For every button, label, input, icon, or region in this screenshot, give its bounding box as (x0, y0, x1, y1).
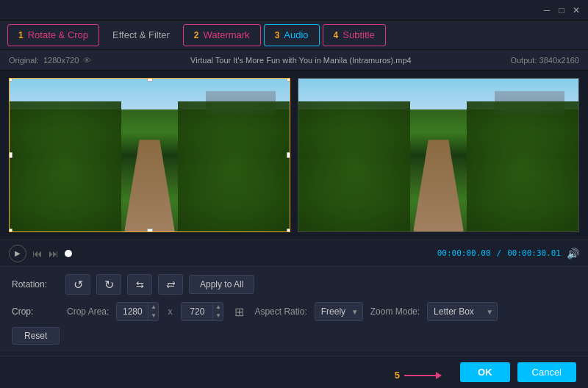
minimize-button[interactable]: ─ (541, 4, 553, 16)
info-bar: Original: 1280x720 👁 Virtual Tour It's M… (0, 50, 588, 71)
reset-row: Reset (12, 327, 576, 345)
handle-bottom-mid[interactable] (147, 229, 153, 232)
crop-height-spinners: ▲ ▼ (212, 303, 223, 320)
tab-number-3: 3 (275, 30, 280, 40)
tab-watermark[interactable]: 2 Watermark (183, 24, 261, 46)
crop-height-down[interactable]: ▼ (213, 312, 223, 320)
output-video-frame (298, 79, 578, 231)
original-label: Original: (9, 56, 39, 65)
x-separator: x (168, 306, 172, 317)
tab-label-subtitle: Subtitle (343, 29, 374, 40)
controls-panel: Rotation: ↺ ↻ ⇆ ⇅ Apply to All Crop: Cro… (0, 266, 588, 352)
crop-width-up[interactable]: ▲ (148, 303, 158, 312)
tab-subtitle[interactable]: 4 Subtitle (323, 24, 386, 46)
output-resolution: 3840x2160 (539, 56, 579, 65)
input-video-frame (10, 79, 290, 231)
aspect-ratio-select[interactable]: Freely 16:9 4:3 1:1 9:16 (315, 302, 363, 321)
crop-area-label: Crop Area: (67, 306, 109, 317)
crop-label: Crop: (12, 306, 60, 317)
cancel-button[interactable]: Cancel (517, 362, 576, 382)
input-preview (9, 78, 290, 232)
current-time: 00:00:00.00 (437, 248, 491, 258)
ok-button[interactable]: OK (460, 362, 510, 382)
crop-width-down[interactable]: ▼ (148, 312, 158, 320)
tab-label-effect-filter: Effect & Filter (112, 29, 170, 40)
action-bar: 5 OK Cancel (0, 356, 588, 388)
crop-width-spinners: ▲ ▼ (148, 303, 158, 320)
visibility-icon[interactable]: 👁 (83, 56, 91, 65)
tab-label-audio: Audio (284, 29, 308, 40)
preview-area (0, 71, 588, 240)
total-time: 00:00:30.01 (507, 248, 561, 258)
zoom-mode-select-wrap: Letter Box Pan & Scan Full ▼ (427, 302, 498, 321)
crop-height-up[interactable]: ▲ (213, 303, 223, 312)
handle-bottom-right[interactable] (287, 229, 290, 232)
rotate-cw-button[interactable]: ↻ (96, 274, 121, 295)
tab-number-4: 4 (334, 30, 339, 40)
volume-icon[interactable]: 🔊 (567, 248, 579, 259)
rotate-cw-icon: ↻ (104, 278, 114, 292)
filename: Virtual Tour It's More Fun with You in M… (190, 56, 412, 65)
aspect-ratio-select-wrap: Freely 16:9 4:3 1:1 9:16 ▼ (315, 302, 363, 321)
zoom-mode-label: Zoom Mode: (370, 306, 420, 317)
crop-width-input[interactable] (117, 306, 148, 317)
tab-label-rotate-crop: Rotate & Crop (28, 29, 88, 40)
flip-vertical-button[interactable]: ⇅ (158, 274, 183, 295)
handle-mid-right[interactable] (287, 152, 290, 158)
zoom-mode-select[interactable]: Letter Box Pan & Scan Full (427, 302, 498, 321)
reset-button[interactable]: Reset (12, 327, 60, 345)
tab-rotate-crop[interactable]: 1 Rotate & Crop (7, 24, 99, 46)
step-number-5: 5 (395, 370, 400, 381)
handle-bottom-left[interactable] (9, 229, 12, 232)
rotate-ccw-icon: ↺ (74, 278, 83, 292)
time-separator: / (497, 248, 502, 258)
prev-frame-button[interactable]: ⏮ (32, 248, 43, 259)
play-button[interactable]: ▶ (9, 245, 26, 262)
expand-crop-icon[interactable]: ⊞ (231, 303, 247, 320)
crop-height-input-wrap: ▲ ▼ (181, 302, 223, 321)
arrow-line (404, 375, 441, 376)
flip-v-icon: ⇅ (165, 281, 176, 289)
tab-number-1: 1 (18, 30, 24, 40)
timeline-bar: ▶ ⏮ ⏭ 00:00:00.00 / 00:00:30.01 🔊 (0, 240, 588, 266)
crop-width-input-wrap: ▲ ▼ (116, 302, 159, 321)
tab-bar: 1 Rotate & Crop Effect & Filter 2 Waterm… (0, 21, 588, 50)
rotate-ccw-button[interactable]: ↺ (65, 274, 90, 295)
handle-top-right[interactable] (287, 78, 290, 82)
crop-height-input[interactable] (182, 306, 212, 317)
arrow-head (436, 372, 442, 379)
flip-horizontal-button[interactable]: ⇆ (127, 274, 152, 295)
tab-effect-filter[interactable]: Effect & Filter (102, 24, 180, 46)
flip-h-icon: ⇆ (136, 279, 144, 290)
aspect-ratio-label: Aspect Ratio: (254, 306, 306, 317)
output-label: Output: (510, 56, 537, 65)
output-preview (298, 78, 579, 232)
maximize-button[interactable]: □ (556, 4, 567, 16)
tab-audio[interactable]: 3 Audio (264, 24, 320, 46)
rotation-row: Rotation: ↺ ↻ ⇆ ⇅ Apply to All (12, 274, 576, 295)
handle-top-left[interactable] (9, 78, 12, 82)
rotation-label: Rotation: (12, 279, 60, 290)
handle-top-mid[interactable] (147, 78, 153, 82)
handle-mid-left[interactable] (9, 152, 12, 158)
close-button[interactable]: ✕ (570, 4, 582, 16)
apply-to-all-button[interactable]: Apply to All (189, 275, 254, 294)
next-frame-button[interactable]: ⏭ (49, 248, 59, 259)
timeline-scrubber[interactable] (65, 250, 72, 257)
tab-label-watermark: Watermark (204, 29, 250, 40)
crop-row: Crop: Crop Area: ▲ ▼ x ▲ ▼ ⊞ Aspect Rati… (12, 302, 576, 321)
tab-number-2: 2 (194, 30, 199, 40)
original-resolution: 1280x720 (43, 56, 79, 65)
step5-indicator: 5 (395, 370, 441, 381)
title-bar: ─ □ ✕ (0, 0, 588, 21)
